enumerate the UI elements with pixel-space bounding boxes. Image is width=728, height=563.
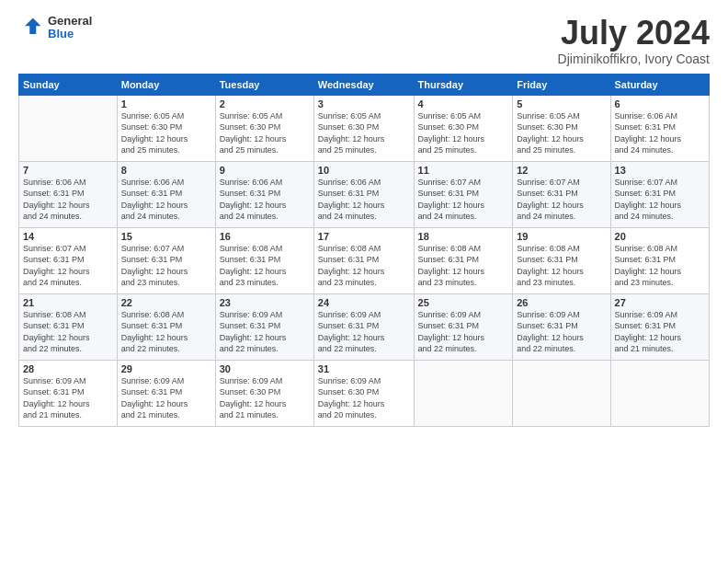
- calendar-cell: [610, 360, 709, 426]
- day-number: 26: [517, 297, 606, 308]
- day-info: Sunrise: 6:06 AM Sunset: 6:31 PM Dayligh…: [615, 110, 705, 156]
- calendar-cell: 28Sunrise: 6:09 AM Sunset: 6:31 PM Dayli…: [19, 360, 118, 426]
- calendar-cell: 21Sunrise: 6:08 AM Sunset: 6:31 PM Dayli…: [19, 293, 118, 360]
- calendar-cell: 2Sunrise: 6:05 AM Sunset: 6:30 PM Daylig…: [215, 95, 313, 161]
- logo: General Blue: [18, 15, 92, 41]
- day-number: 31: [318, 363, 410, 374]
- svg-marker-0: [25, 18, 41, 35]
- main-title: July 2024: [558, 15, 710, 52]
- calendar-cell: 22Sunrise: 6:08 AM Sunset: 6:31 PM Dayli…: [117, 293, 215, 360]
- calendar-day-header: Friday: [513, 74, 610, 95]
- calendar-week-row: 1Sunrise: 6:05 AM Sunset: 6:30 PM Daylig…: [19, 95, 710, 161]
- day-info: Sunrise: 6:07 AM Sunset: 6:31 PM Dayligh…: [23, 243, 113, 289]
- calendar-cell: 30Sunrise: 6:09 AM Sunset: 6:30 PM Dayli…: [215, 360, 313, 426]
- calendar-cell: 8Sunrise: 6:06 AM Sunset: 6:31 PM Daylig…: [117, 161, 215, 227]
- day-info: Sunrise: 6:08 AM Sunset: 6:31 PM Dayligh…: [517, 243, 606, 289]
- day-number: 14: [23, 231, 113, 242]
- day-info: Sunrise: 6:06 AM Sunset: 6:31 PM Dayligh…: [23, 177, 113, 223]
- day-info: Sunrise: 6:09 AM Sunset: 6:31 PM Dayligh…: [517, 309, 606, 355]
- calendar-cell: 15Sunrise: 6:07 AM Sunset: 6:31 PM Dayli…: [117, 227, 215, 293]
- calendar-cell: 26Sunrise: 6:09 AM Sunset: 6:31 PM Dayli…: [513, 293, 610, 360]
- day-number: 3: [318, 98, 410, 109]
- day-number: 7: [23, 165, 113, 176]
- day-number: 10: [318, 165, 410, 176]
- calendar-week-row: 14Sunrise: 6:07 AM Sunset: 6:31 PM Dayli…: [19, 227, 710, 293]
- day-number: 1: [121, 98, 211, 109]
- calendar-cell: 11Sunrise: 6:07 AM Sunset: 6:31 PM Dayli…: [414, 161, 513, 227]
- logo-blue: Blue: [48, 28, 92, 40]
- day-number: 9: [220, 165, 310, 176]
- day-info: Sunrise: 6:07 AM Sunset: 6:31 PM Dayligh…: [517, 177, 606, 223]
- calendar-day-header: Wednesday: [313, 74, 414, 95]
- calendar-cell: [19, 95, 118, 161]
- calendar-day-header: Sunday: [19, 74, 118, 95]
- day-number: 24: [318, 297, 410, 308]
- day-info: Sunrise: 6:09 AM Sunset: 6:31 PM Dayligh…: [23, 375, 113, 421]
- calendar-cell: 7Sunrise: 6:06 AM Sunset: 6:31 PM Daylig…: [19, 161, 118, 227]
- day-info: Sunrise: 6:06 AM Sunset: 6:31 PM Dayligh…: [220, 177, 310, 223]
- calendar-cell: 12Sunrise: 6:07 AM Sunset: 6:31 PM Dayli…: [513, 161, 610, 227]
- day-number: 17: [318, 231, 410, 242]
- calendar-cell: 18Sunrise: 6:08 AM Sunset: 6:31 PM Dayli…: [414, 227, 513, 293]
- page: General Blue July 2024 Djiminikoffikro, …: [0, 0, 728, 563]
- title-block: July 2024 Djiminikoffikro, Ivory Coast: [558, 15, 710, 66]
- day-number: 29: [121, 363, 211, 374]
- calendar-week-row: 7Sunrise: 6:06 AM Sunset: 6:31 PM Daylig…: [19, 161, 710, 227]
- day-info: Sunrise: 6:09 AM Sunset: 6:31 PM Dayligh…: [318, 309, 410, 355]
- day-info: Sunrise: 6:09 AM Sunset: 6:31 PM Dayligh…: [220, 309, 310, 355]
- day-info: Sunrise: 6:07 AM Sunset: 6:31 PM Dayligh…: [615, 177, 705, 223]
- calendar-day-header: Tuesday: [215, 74, 313, 95]
- day-number: 13: [615, 165, 705, 176]
- calendar-table: SundayMondayTuesdayWednesdayThursdayFrid…: [18, 74, 710, 427]
- day-info: Sunrise: 6:05 AM Sunset: 6:30 PM Dayligh…: [220, 110, 310, 156]
- calendar-header-row: SundayMondayTuesdayWednesdayThursdayFrid…: [19, 74, 710, 95]
- header: General Blue July 2024 Djiminikoffikro, …: [18, 15, 710, 66]
- day-info: Sunrise: 6:09 AM Sunset: 6:30 PM Dayligh…: [220, 375, 310, 421]
- day-info: Sunrise: 6:09 AM Sunset: 6:31 PM Dayligh…: [121, 375, 211, 421]
- calendar-cell: 27Sunrise: 6:09 AM Sunset: 6:31 PM Dayli…: [610, 293, 709, 360]
- calendar-cell: 3Sunrise: 6:05 AM Sunset: 6:30 PM Daylig…: [313, 95, 414, 161]
- calendar-cell: 17Sunrise: 6:08 AM Sunset: 6:31 PM Dayli…: [313, 227, 414, 293]
- day-number: 6: [615, 98, 705, 109]
- calendar-cell: 23Sunrise: 6:09 AM Sunset: 6:31 PM Dayli…: [215, 293, 313, 360]
- day-number: 8: [121, 165, 211, 176]
- day-info: Sunrise: 6:08 AM Sunset: 6:31 PM Dayligh…: [121, 309, 211, 355]
- day-number: 28: [23, 363, 113, 374]
- calendar-day-header: Thursday: [414, 74, 513, 95]
- calendar-cell: 14Sunrise: 6:07 AM Sunset: 6:31 PM Dayli…: [19, 227, 118, 293]
- day-info: Sunrise: 6:09 AM Sunset: 6:31 PM Dayligh…: [615, 309, 705, 355]
- day-info: Sunrise: 6:08 AM Sunset: 6:31 PM Dayligh…: [418, 243, 509, 289]
- calendar-cell: 9Sunrise: 6:06 AM Sunset: 6:31 PM Daylig…: [215, 161, 313, 227]
- calendar-cell: 25Sunrise: 6:09 AM Sunset: 6:31 PM Dayli…: [414, 293, 513, 360]
- day-number: 21: [23, 297, 113, 308]
- day-number: 4: [418, 98, 509, 109]
- day-info: Sunrise: 6:09 AM Sunset: 6:31 PM Dayligh…: [418, 309, 509, 355]
- calendar-cell: [513, 360, 610, 426]
- day-number: 11: [418, 165, 509, 176]
- calendar-cell: 5Sunrise: 6:05 AM Sunset: 6:30 PM Daylig…: [513, 95, 610, 161]
- day-info: Sunrise: 6:06 AM Sunset: 6:31 PM Dayligh…: [318, 177, 410, 223]
- calendar-week-row: 28Sunrise: 6:09 AM Sunset: 6:31 PM Dayli…: [19, 360, 710, 426]
- logo-text: General Blue: [48, 15, 92, 41]
- day-number: 30: [220, 363, 310, 374]
- day-number: 22: [121, 297, 211, 308]
- calendar-day-header: Saturday: [610, 74, 709, 95]
- day-number: 19: [517, 231, 606, 242]
- day-info: Sunrise: 6:05 AM Sunset: 6:30 PM Dayligh…: [318, 110, 410, 156]
- day-number: 12: [517, 165, 606, 176]
- day-number: 2: [220, 98, 310, 109]
- calendar-cell: 24Sunrise: 6:09 AM Sunset: 6:31 PM Dayli…: [313, 293, 414, 360]
- calendar-cell: 29Sunrise: 6:09 AM Sunset: 6:31 PM Dayli…: [117, 360, 215, 426]
- day-info: Sunrise: 6:08 AM Sunset: 6:31 PM Dayligh…: [23, 309, 113, 355]
- day-number: 18: [418, 231, 509, 242]
- logo-general: General: [48, 15, 92, 28]
- calendar-cell: 6Sunrise: 6:06 AM Sunset: 6:31 PM Daylig…: [610, 95, 709, 161]
- day-number: 25: [418, 297, 509, 308]
- day-info: Sunrise: 6:05 AM Sunset: 6:30 PM Dayligh…: [517, 110, 606, 156]
- calendar-cell: [414, 360, 513, 426]
- calendar-day-header: Monday: [117, 74, 215, 95]
- calendar-cell: 13Sunrise: 6:07 AM Sunset: 6:31 PM Dayli…: [610, 161, 709, 227]
- day-info: Sunrise: 6:08 AM Sunset: 6:31 PM Dayligh…: [318, 243, 410, 289]
- calendar-cell: 1Sunrise: 6:05 AM Sunset: 6:30 PM Daylig…: [117, 95, 215, 161]
- day-info: Sunrise: 6:08 AM Sunset: 6:31 PM Dayligh…: [615, 243, 705, 289]
